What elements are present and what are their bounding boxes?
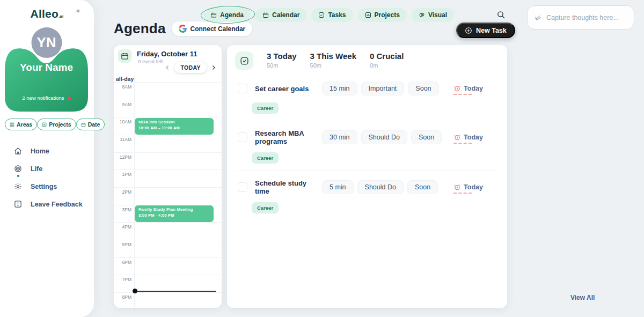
task-when-pill[interactable]: Soon — [407, 180, 438, 194]
hour-row: 1PM — [114, 169, 222, 170]
venn-icon — [419, 12, 425, 18]
stat-today: 3 Today 50m — [267, 51, 297, 69]
task-title[interactable]: Research MBA programs — [255, 129, 322, 145]
filter-areas[interactable]: Areas — [5, 119, 37, 130]
task-due-label: Today — [464, 85, 483, 92]
task-checkbox[interactable] — [238, 182, 247, 192]
task-checkbox[interactable] — [238, 84, 247, 93]
task-due-badge[interactable]: Today — [453, 134, 483, 141]
stat-this-week: 3 This Week 50m — [310, 51, 356, 69]
filter-projects[interactable]: Projects — [37, 119, 76, 130]
active-dot-icon — [17, 175, 19, 177]
tab-label: Visual — [428, 11, 447, 19]
hour-row: 11AM — [114, 135, 222, 135]
new-task-button[interactable]: New Task — [456, 23, 515, 38]
avatar[interactable]: YN — [31, 27, 62, 58]
capture-thoughts-input[interactable] — [546, 14, 627, 21]
event-time: 10:00 AM – 11:00 AM — [138, 126, 210, 130]
grid-icon — [10, 122, 14, 127]
task-tag-career[interactable]: Career — [252, 152, 279, 164]
search-button[interactable] — [496, 10, 506, 20]
calendar-event[interactable]: MBA Info Session 10:00 AM – 11:00 AM — [135, 118, 214, 135]
search-icon — [496, 10, 506, 19]
chart-icon — [42, 122, 47, 127]
view-all-link[interactable]: View All — [570, 294, 595, 301]
filter-row: Areas Projects Date — [5, 119, 89, 130]
calendar-icon — [81, 122, 86, 127]
profile-name: Your Name — [5, 62, 88, 73]
calendar-event[interactable]: Family Study Plan Meeting 3:00 PM - 4:00… — [135, 205, 214, 222]
tasks-panel: 3 Today 50m 3 This Week 50m 0 Crucial 0m… — [227, 45, 507, 308]
task-priority-pill[interactable]: Important — [361, 82, 405, 95]
calendar-icon — [121, 52, 129, 60]
today-button[interactable]: TODAY — [174, 62, 207, 73]
task-row: Research MBA programs 30 min Should Do S… — [235, 128, 496, 171]
task-duration-pill[interactable]: 30 min — [322, 130, 357, 144]
task-duration-pill[interactable]: 15 min — [322, 82, 357, 95]
hour-row: 4PM — [114, 222, 222, 223]
tab-label: Calendar — [272, 11, 299, 19]
task-priority-pill[interactable]: Should Do — [361, 130, 407, 144]
hour-row: 10AM — [114, 117, 222, 117]
task-due-badge[interactable]: Today — [453, 183, 483, 191]
task-duration-pill[interactable]: 5 min — [322, 180, 354, 194]
task-tag-career[interactable]: Career — [252, 102, 279, 114]
check-square-icon — [318, 12, 325, 18]
hour-row: 5PM — [114, 240, 222, 240]
task-when-pill[interactable]: Soon — [408, 82, 438, 95]
task-title[interactable]: Set career goals — [255, 85, 322, 93]
tab-label: Projects — [375, 11, 400, 19]
current-time-line — [134, 291, 216, 292]
tab-calendar[interactable]: Calendar — [255, 8, 306, 22]
nav-item-settings[interactable]: Settings — [0, 178, 94, 195]
nav-item-home[interactable]: Home — [0, 142, 94, 160]
notification-dot-icon — [67, 97, 71, 100]
hour-row: 7PM — [114, 275, 222, 275]
connect-calendar-label: Connect Calendar — [191, 25, 246, 33]
capture-thoughts-box — [527, 5, 634, 30]
calendar-date: Friday, October 11 — [137, 50, 197, 58]
chevron-right-icon[interactable] — [210, 64, 217, 71]
task-due-badge[interactable]: Today — [453, 85, 483, 92]
connect-calendar-button[interactable]: Connect Calendar — [171, 21, 253, 36]
events-left-label: 0 event left — [138, 58, 163, 64]
tab-label: Tasks — [328, 11, 346, 19]
tab-projects[interactable]: Projects — [358, 8, 407, 22]
plus-circle-icon — [465, 27, 472, 34]
stat-crucial: 0 Crucial 0m — [370, 51, 404, 69]
chevron-left-icon[interactable] — [164, 64, 171, 71]
task-due-label: Today — [464, 183, 483, 191]
filter-label: Projects — [49, 121, 71, 128]
check-square-icon — [240, 56, 249, 65]
main-tabs: Agenda Calendar Tasks Projects Visual — [203, 8, 454, 22]
hour-row: 9AM — [114, 100, 222, 100]
task-when-pill[interactable]: Soon — [411, 130, 442, 144]
sidebar-collapse-button[interactable]: « — [76, 6, 80, 14]
event-title: MBA Info Session — [138, 120, 210, 124]
task-row: Schedule study time 5 min Should Do Soon… — [235, 178, 496, 220]
task-checkbox[interactable] — [238, 132, 247, 142]
tab-agenda[interactable]: Agenda — [203, 8, 251, 22]
task-priority-pill[interactable]: Should Do — [357, 180, 404, 194]
grid-divider — [134, 75, 135, 308]
nav-label: Leave Feedback — [31, 201, 83, 208]
hour-row: 12PM — [114, 152, 222, 153]
nav-item-leave-feedback[interactable]: Leave Feedback — [0, 195, 94, 213]
task-tag-career[interactable]: Career — [252, 202, 279, 213]
tab-tasks[interactable]: Tasks — [311, 8, 353, 22]
google-g-icon — [179, 25, 187, 33]
task-title[interactable]: Schedule study time — [255, 179, 322, 195]
time-grid: all-day 8AM 9AM 10AM 11AM 12PM 1PM 2PM 3… — [114, 75, 222, 308]
nav-item-life[interactable]: Life — [0, 160, 94, 178]
task-row: Set career goals 15 min Important Soon T… — [235, 80, 496, 121]
agenda-calendar-panel: Friday, October 11 0 event left TODAY al… — [114, 45, 222, 308]
notifications-link[interactable]: 2 new notifications — [5, 95, 88, 101]
home-icon — [14, 147, 22, 155]
page-title: Agenda — [114, 20, 166, 37]
current-time-dot[interactable] — [133, 289, 137, 293]
event-title: Family Study Plan Meeting — [138, 207, 210, 212]
nav-label: Settings — [31, 183, 57, 190]
filter-label: Areas — [17, 121, 32, 128]
tab-visual[interactable]: Visual — [412, 8, 454, 22]
filter-date[interactable]: Date — [76, 119, 105, 130]
